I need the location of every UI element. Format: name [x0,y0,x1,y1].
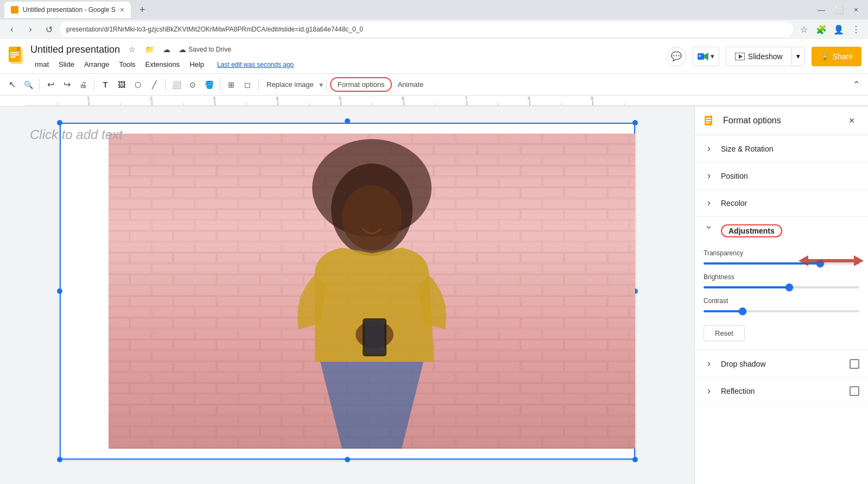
contrast-thumb[interactable] [739,307,746,315]
star-btn[interactable]: ☆ [124,42,140,57]
recolor-chevron: › [704,197,714,209]
slideshow-btn[interactable]: Slideshow [726,47,792,66]
select-btn[interactable]: ⬜ [169,77,184,92]
svg-text:5: 5 [339,96,341,101]
handle-mid-left[interactable] [57,288,62,294]
transparency-fill [704,262,820,265]
format-options-btn[interactable]: Format options [330,77,392,92]
text-btn[interactable]: T [98,77,113,92]
app-info: Untitled presentation ☆ 📁 ☁ ☁ Saved to D… [30,42,662,71]
animate-btn[interactable]: Animate [393,78,428,91]
redo-btn[interactable]: ↪ [59,77,74,92]
bookmark-btn[interactable]: ☆ [796,22,812,37]
brightness-thumb[interactable] [785,284,793,291]
refresh-btn[interactable]: ↺ [41,22,56,37]
size-rotation-header[interactable]: › Size & Rotation [695,135,868,162]
image-btn[interactable]: 🖼 [114,77,129,92]
slide-wrapper [60,123,635,460]
browser-action-btns: ☆ 🧩 👤 ⋮ [796,22,864,37]
lasso-btn[interactable]: ⊙ [185,77,200,92]
forward-btn[interactable]: › [23,22,38,37]
slideshow-dropdown-btn[interactable]: ▾ [792,47,805,66]
replace-image-btn[interactable]: Replace image [262,78,318,91]
app-logo [7,47,26,66]
handle-bottom-left[interactable] [57,457,62,462]
format-panel-close-btn[interactable]: × [844,113,859,128]
handle-bottom-mid[interactable] [345,457,350,462]
handle-top-center[interactable] [345,118,350,124]
slide-title-placeholder[interactable]: Click to add text [30,127,123,142]
paint-format-btn[interactable]: 🪣 [201,77,217,92]
svg-text:2: 2 [150,96,153,101]
doc-title[interactable]: Untitled presentation [30,44,120,55]
undo-btn[interactable]: ↩ [43,77,58,92]
shape-btn[interactable]: ⬡ [130,77,145,92]
slide-image[interactable] [109,134,635,449]
menu-extensions[interactable]: Extensions [141,58,185,71]
svg-text:8: 8 [528,96,530,101]
menu-btn[interactable]: ⋮ [848,22,864,37]
extension-btn[interactable]: 🧩 [814,22,829,37]
reflection-checkbox[interactable] [850,386,859,396]
reset-btn[interactable]: Reset [704,325,745,341]
reflection-label: Reflection [721,387,843,395]
tab-close-btn[interactable]: × [120,5,124,14]
line-btn[interactable]: ╱ [147,77,162,92]
adjustments-chevron: › [704,225,715,236]
move-folder-btn[interactable]: 📁 [142,42,157,57]
handle-bottom-right[interactable] [632,457,638,462]
svg-text:3: 3 [213,96,216,101]
menu-tools[interactable]: Tools [115,58,140,71]
menu-format[interactable]: rmat [30,58,53,71]
back-btn[interactable]: ‹ [4,22,20,37]
profile-btn[interactable]: 👤 [831,22,846,37]
adjustments-section: › Adjustments Transparency [695,217,868,350]
adjustments-content: Transparency [695,245,868,350]
menu-slide[interactable]: Slide [54,58,79,71]
drop-shadow-checkbox[interactable] [850,359,859,369]
last-edit-status[interactable]: Last edit was seconds ago [217,61,294,68]
comment-btn[interactable]: 💬 [667,47,686,66]
window-controls: — ⬜ × [814,2,864,17]
adjustments-header[interactable]: › Adjustments [695,217,868,245]
position-header[interactable]: › Position [695,162,868,189]
format-panel-header: Format options × [695,106,868,135]
drop-shadow-label: Drop shadow [721,360,843,368]
slide-panel[interactable]: Click to add text [0,106,694,484]
print-btn[interactable]: 🖨 [75,77,91,92]
meet-container: ▾ [693,47,719,66]
zoom-btn[interactable]: 🔍 [21,77,36,92]
slide-container[interactable] [60,123,635,460]
reflection-section[interactable]: › Reflection [695,378,868,405]
replace-image-dropdown[interactable]: ▾ [319,80,323,89]
svg-rect-5 [10,54,19,55]
toolbar-collapse-btn[interactable]: ⌃ [848,77,864,92]
browser-tab[interactable]: Untitled presentation - Google S × [4,2,131,18]
maximize-btn[interactable]: ⬜ [831,2,846,17]
svg-rect-6 [10,56,16,58]
new-tab-btn[interactable]: + [135,4,150,16]
menu-arrange[interactable]: Arrange [80,58,113,71]
cloud-status-btn[interactable]: ☁ [159,42,174,57]
ruler-svg: 1 2 3 4 5 6 7 8 9 [26,96,868,106]
cursor-tool-btn[interactable]: ↖ [4,77,20,92]
close-window-btn[interactable]: × [848,2,864,17]
handle-top-right[interactable] [632,120,638,125]
share-btn[interactable]: 🔒 Share [812,47,861,66]
svg-point-47 [342,185,402,250]
recolor-header[interactable]: › Recolor [695,190,868,216]
menu-help[interactable]: Help [185,58,208,71]
toolbar-sep-6 [326,78,327,91]
crop-btn[interactable]: ⊞ [224,77,239,92]
transparency-thumb[interactable] [816,260,824,267]
mask-btn[interactable]: ◻ [240,77,255,92]
transparency-track [704,262,859,265]
restore-btn[interactable]: — [814,2,829,17]
drop-shadow-section[interactable]: › Drop shadow [695,350,868,378]
handle-top-left[interactable] [57,120,62,125]
address-bar[interactable]: presentation/d/1RNrMki-lo3-gzjcshBkZKVtM… [60,22,793,37]
drop-shadow-chevron: › [704,358,714,369]
format-panel: Format options × › Size & Rotation › Pos… [694,106,868,484]
svg-rect-54 [706,122,709,123]
meet-btn[interactable]: ▾ [693,52,719,61]
